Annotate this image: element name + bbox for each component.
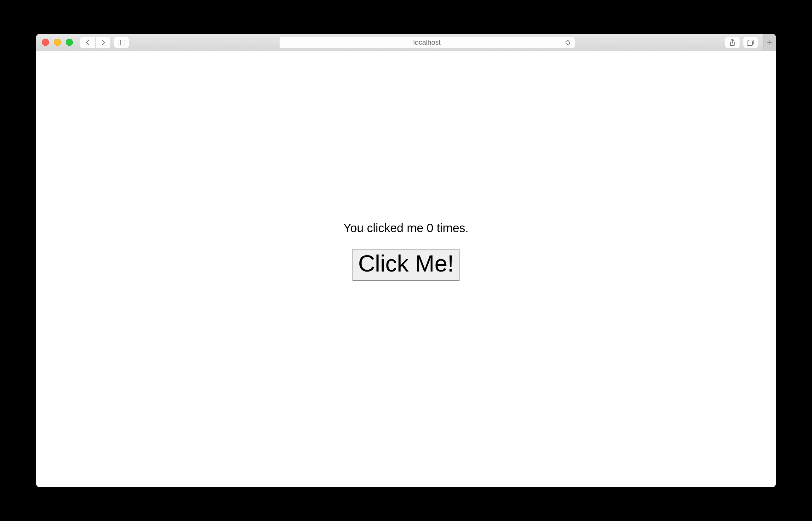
address-bar[interactable]: localhost (279, 37, 575, 48)
address-bar-container: localhost (129, 37, 725, 48)
svg-rect-2 (747, 41, 753, 45)
back-button[interactable] (80, 37, 95, 48)
tabs-button[interactable] (743, 37, 758, 48)
tabs-icon (747, 39, 755, 46)
plus-icon (767, 39, 773, 46)
reload-button[interactable] (565, 39, 571, 46)
click-count-text: You clicked me 0 times. (343, 222, 469, 235)
svg-rect-0 (118, 40, 125, 45)
title-bar: localhost (36, 34, 776, 51)
chevron-left-icon (85, 39, 90, 46)
sidebar-toggle-button[interactable] (114, 37, 129, 48)
traffic-lights (42, 39, 73, 46)
minimize-window-button[interactable] (54, 39, 61, 46)
nav-back-forward (80, 37, 111, 48)
right-toolbar (725, 34, 770, 51)
fullscreen-window-button[interactable] (66, 39, 73, 46)
chevron-right-icon (101, 39, 106, 46)
nav-group (80, 37, 129, 48)
page-content: You clicked me 0 times. Click Me! (36, 51, 776, 487)
share-icon (729, 39, 736, 46)
click-me-button[interactable]: Click Me! (353, 249, 459, 281)
share-button[interactable] (725, 37, 740, 48)
new-tab-button[interactable] (763, 34, 776, 51)
browser-window: localhost (36, 34, 776, 487)
address-url-text: localhost (413, 39, 440, 47)
close-window-button[interactable] (42, 39, 49, 46)
reload-icon (565, 39, 571, 46)
sidebar-icon (118, 40, 125, 45)
forward-button[interactable] (95, 37, 111, 48)
